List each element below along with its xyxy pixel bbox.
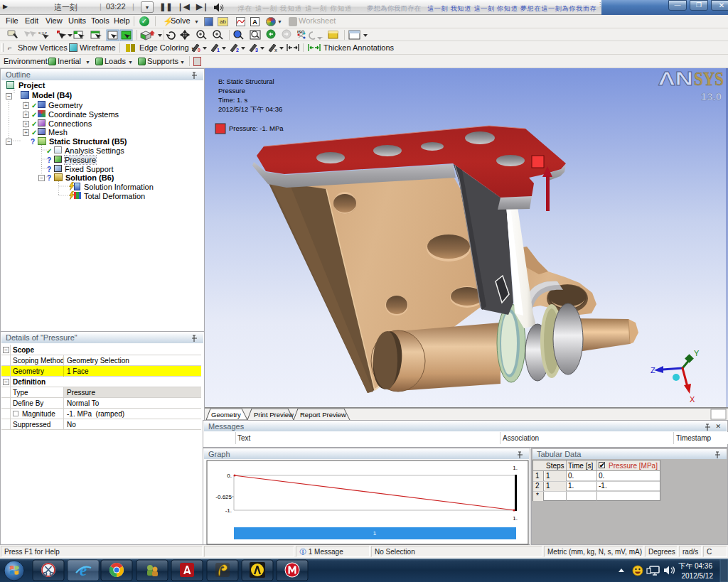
svg-text:ΛN: ΛN [658, 68, 693, 90]
svg-text:0.: 0. [227, 473, 232, 479]
svg-text:2012/5/12 下午 04:36: 2012/5/12 下午 04:36 [218, 105, 282, 113]
svg-text:1.: 1. [513, 515, 518, 522]
svg-text:Report Preview: Report Preview [300, 411, 346, 419]
svg-text:x,y,z: x,y,z [38, 31, 47, 35]
svg-text:Pressure: -1. MPa: Pressure: -1. MPa [229, 124, 284, 132]
svg-text:1.: 1. [513, 465, 518, 471]
svg-text:2: 2 [236, 48, 239, 53]
svg-text:-0.625: -0.625 [215, 494, 232, 500]
svg-text:SYS: SYS [694, 68, 724, 90]
svg-text:13.0: 13.0 [701, 90, 722, 102]
svg-text:e: e [80, 561, 87, 579]
svg-text:B: Static Structural: B: Static Structural [218, 77, 274, 85]
svg-text:Print Preview: Print Preview [254, 411, 294, 419]
svg-text:Pressure: Pressure [218, 87, 245, 95]
svg-text:下午 04:36: 下午 04:36 [678, 562, 712, 570]
svg-text:Geometry: Geometry [211, 411, 241, 419]
svg-text:1: 1 [217, 48, 220, 53]
svg-text:2012/5/12: 2012/5/12 [682, 572, 714, 580]
svg-text:X: X [690, 395, 695, 404]
svg-text:1: 1 [373, 530, 377, 537]
svg-text:3: 3 [255, 48, 258, 53]
svg-text:0: 0 [198, 48, 200, 53]
svg-text:-1.: -1. [225, 507, 232, 514]
svg-text:x: x [274, 48, 277, 53]
svg-text:Z: Z [651, 366, 655, 374]
svg-text:Y: Y [694, 349, 700, 357]
svg-text:Time: 1. s: Time: 1. s [218, 96, 248, 104]
